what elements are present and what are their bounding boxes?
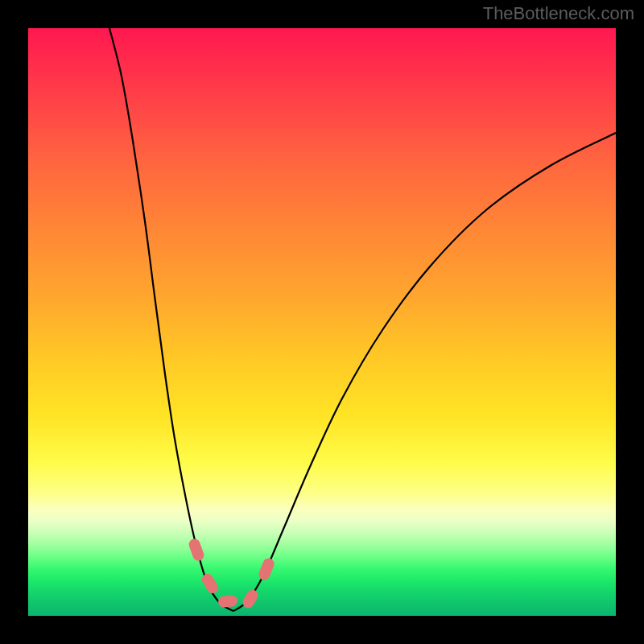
chart-curve-svg	[28, 28, 616, 616]
curve-left-branch	[109, 28, 233, 611]
curve-right-branch	[233, 133, 616, 611]
chart-plot-area	[28, 28, 616, 616]
watermark-text: TheBottleneck.com	[483, 3, 634, 24]
